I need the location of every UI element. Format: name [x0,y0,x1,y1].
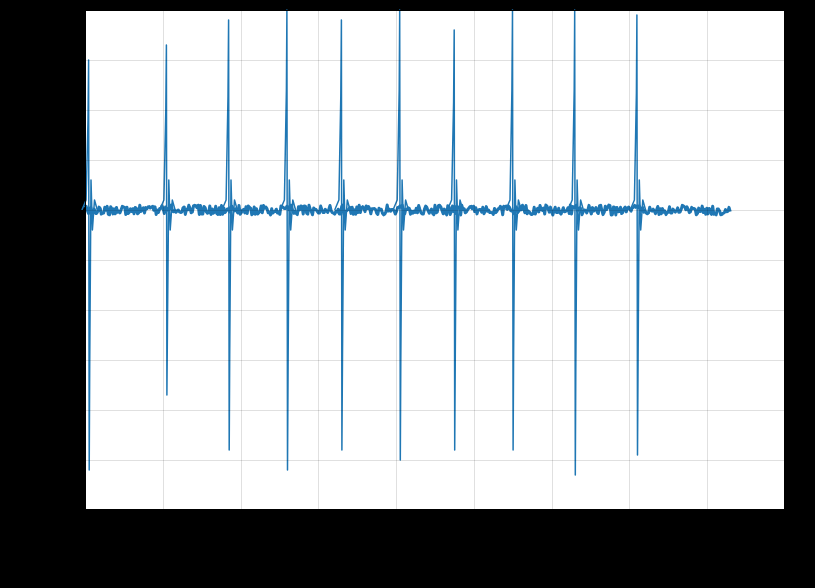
y-tick-label: -0.4 [49,402,75,419]
y-tick-label: 0.1 [54,152,75,169]
y-tick-label: 0.2 [54,102,75,119]
x-axis-title: Time (seconds) [380,544,490,562]
x-tick-label: 7 [625,518,633,535]
grid-hline [85,110,785,111]
x-tick-label: 9 [781,518,789,535]
grid-hline [85,60,785,61]
x-tick-label: 0 [81,518,89,535]
x-tick-label: 6 [547,518,555,535]
axis-box [85,10,86,510]
grid-hline [85,160,785,161]
y-axis-title: Amplitude [16,224,34,295]
x-tick-label: 8 [703,518,711,535]
y-tick-label: 0.3 [54,52,75,69]
y-tick-label: -0.6 [49,502,75,519]
y-tick-label: -0.1 [49,252,75,269]
grid-hline [85,460,785,461]
y-tick [79,510,85,511]
x-tick-label: 3 [314,518,322,535]
axis-box [784,10,785,510]
grid-hline [85,510,785,511]
x-tick-label: 4 [392,518,400,535]
y-tick-label: 0.4 [54,2,75,19]
x-tick [785,510,786,516]
grid-hline [85,310,785,311]
y-tick-label: -0.2 [49,302,75,319]
chart-canvas: 0123456789-0.6-0.5-0.4-0.3-0.2-0.100.10.… [0,0,815,588]
axis-box [85,10,785,11]
x-multiplier-label: ×105 [765,534,793,552]
y-tick-label: -0.3 [49,352,75,369]
axis-box [85,509,785,510]
grid-hline [85,210,785,211]
y-tick-label: 0 [67,202,75,219]
x-tick-label: 1 [159,518,167,535]
grid-hline [85,410,785,411]
grid-hline [85,260,785,261]
x-tick-label: 5 [470,518,478,535]
x-tick-label: 2 [236,518,244,535]
y-tick-label: -0.5 [49,452,75,469]
grid-vline [785,10,786,510]
grid-hline [85,360,785,361]
